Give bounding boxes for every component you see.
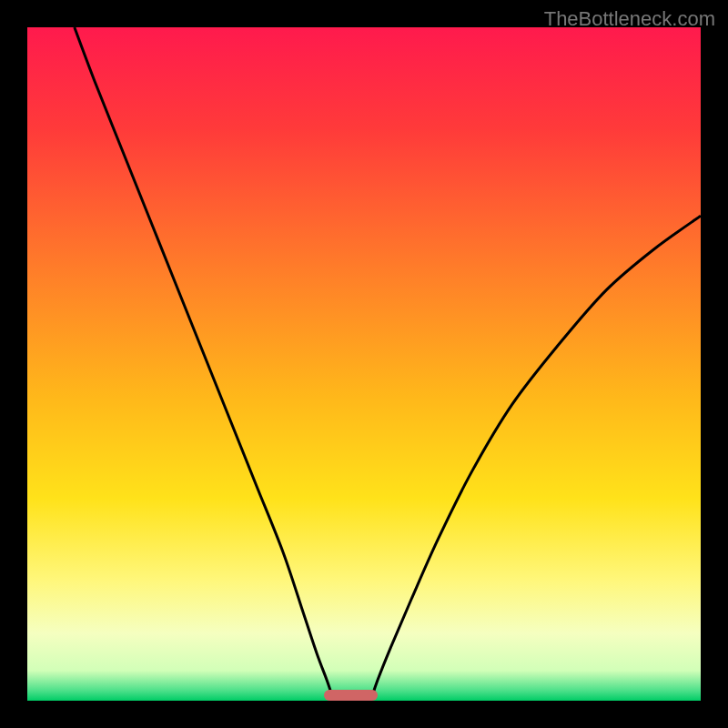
- curve-left-path: [75, 27, 334, 701]
- optimal-range-marker: [324, 690, 378, 701]
- chart-area: [27, 27, 701, 701]
- curve-right-path: [370, 216, 701, 701]
- bottleneck-curve: [27, 27, 701, 701]
- watermark-text: TheBottleneck.com: [544, 7, 715, 31]
